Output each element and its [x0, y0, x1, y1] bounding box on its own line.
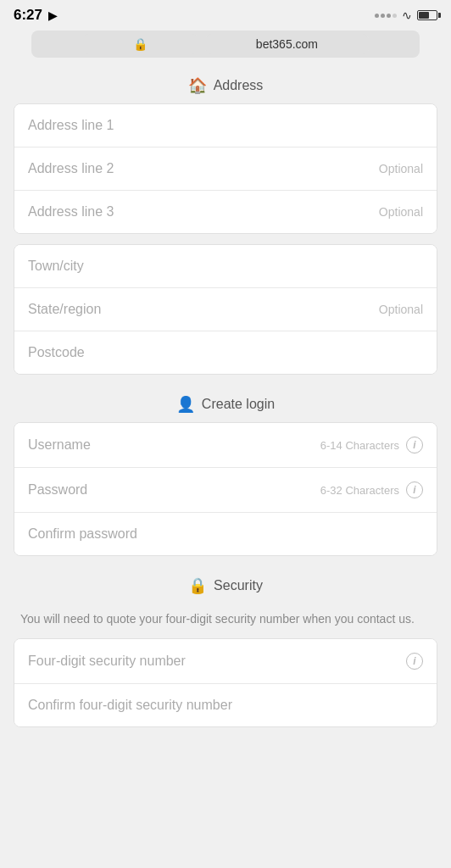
field-address-1[interactable]: State/regionOptional — [14, 288, 437, 331]
field-address-2[interactable]: Address line 3Optional — [14, 191, 437, 233]
card-security-0: Four-digit security numberiConfirm four-… — [14, 638, 437, 727]
field-placeholder-create-login-2: Confirm password — [28, 526, 137, 542]
wifi-icon: ∿ — [402, 8, 412, 22]
location-icon: ▶ — [48, 9, 57, 22]
status-time: 6:27 ▶ — [14, 7, 57, 24]
field-placeholder-security-1: Confirm four-digit security number — [28, 698, 232, 713]
battery-icon — [417, 10, 437, 20]
browser-address-bar[interactable]: 🔒 bet365.com — [0, 27, 451, 64]
signal-icon — [375, 14, 397, 18]
field-placeholder-address-0: Town/city — [28, 259, 84, 274]
field-create-login-1[interactable]: Password6-32 Charactersi — [14, 468, 437, 513]
field-placeholder-address-2: Postcode — [28, 345, 85, 360]
optional-label-address-1: Optional — [379, 162, 423, 175]
card-address-0: Address line 1Address line 2OptionalAddr… — [14, 103, 437, 234]
section-address: 🏠 Address Address line 1Address line 2Op… — [0, 64, 451, 380]
card-address-1: Town/cityState/regionOptionalPostcode — [14, 244, 437, 375]
field-placeholder-create-login-0: Username — [28, 437, 91, 453]
field-placeholder-address-1: State/region — [28, 302, 101, 317]
section-header-create-login: 👤 Create login — [0, 383, 451, 422]
section-icon-security: 🔒 — [188, 576, 207, 595]
url-text: bet365.com — [205, 34, 369, 54]
info-icon-create-login-1[interactable]: i — [406, 481, 423, 498]
field-create-login-0[interactable]: Username6-14 Charactersi — [14, 423, 437, 468]
field-placeholder-address-0: Address line 1 — [28, 118, 114, 133]
section-desc-security: You will need to quote your four-digit s… — [0, 604, 451, 638]
field-address-2[interactable]: Postcode — [14, 331, 437, 374]
section-icon-create-login: 👤 — [176, 395, 195, 414]
field-placeholder-address-2: Address line 3 — [28, 204, 114, 220]
section-title-address: Address — [214, 78, 264, 93]
field-address-1[interactable]: Address line 2Optional — [14, 147, 437, 191]
lock-icon: 🔒 — [82, 34, 198, 54]
field-address-0[interactable]: Address line 1 — [14, 104, 437, 147]
char-hint-create-login-1: 6-32 Characters — [320, 484, 399, 497]
field-placeholder-address-1: Address line 2 — [28, 161, 114, 176]
section-title-create-login: Create login — [202, 397, 275, 412]
section-icon-address: 🏠 — [188, 76, 207, 95]
card-create-login-0: Username6-14 CharactersiPassword6-32 Cha… — [14, 422, 437, 556]
info-icon-security-0[interactable]: i — [406, 653, 423, 670]
info-icon-create-login-0[interactable]: i — [406, 437, 423, 453]
section-title-security: Security — [214, 578, 263, 593]
section-header-address: 🏠 Address — [0, 64, 451, 103]
section-create-login: 👤 Create login Username6-14 CharactersiP… — [0, 383, 451, 561]
field-address-0[interactable]: Town/city — [14, 245, 437, 288]
field-security-0[interactable]: Four-digit security numberi — [14, 639, 437, 684]
field-create-login-2[interactable]: Confirm password — [14, 513, 437, 555]
status-bar: 6:27 ▶ ∿ — [0, 0, 451, 27]
char-hint-create-login-0: 6-14 Characters — [320, 439, 399, 452]
optional-label-address-2: Optional — [379, 205, 423, 219]
section-header-security: 🔒 Security — [0, 565, 451, 604]
status-icons: ∿ — [375, 8, 437, 22]
optional-label-address-1: Optional — [379, 303, 423, 316]
field-placeholder-security-0: Four-digit security number — [28, 654, 186, 669]
field-placeholder-create-login-1: Password — [28, 482, 87, 498]
field-security-1[interactable]: Confirm four-digit security number — [14, 684, 437, 726]
section-security: 🔒 Security You will need to quote your f… — [0, 565, 451, 732]
